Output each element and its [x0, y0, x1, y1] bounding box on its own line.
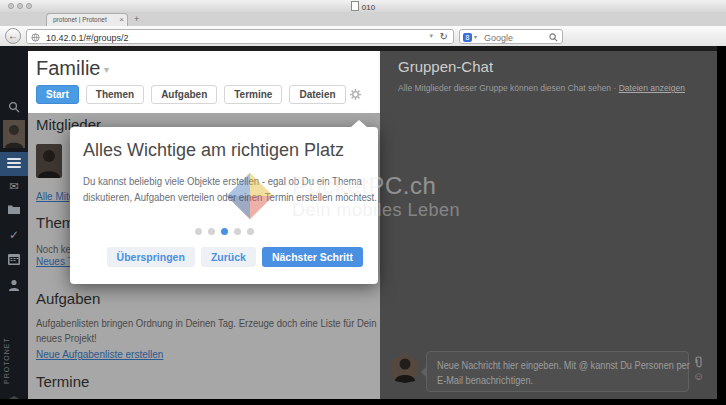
browser-tab[interactable]: protonet | Protonet × — [46, 13, 128, 26]
sidebar-folder-icon[interactable] — [8, 204, 20, 214]
sidebar-user-avatar[interactable] — [3, 120, 25, 148]
modal-pointer-arrow — [351, 120, 367, 127]
sidebar-calendar-icon[interactable] — [8, 254, 20, 265]
back-button[interactable]: ← — [5, 28, 21, 44]
chat-title: Gruppen-Chat — [398, 58, 493, 75]
tab-themen[interactable]: Themen — [86, 85, 144, 104]
new-tab-button[interactable]: + — [134, 14, 139, 24]
tab-termine[interactable]: Termine — [224, 85, 282, 104]
chat-subtitle-separator: · — [613, 83, 616, 93]
search-engine-icon[interactable]: 8 — [463, 33, 472, 42]
progress-dot[interactable] — [234, 228, 241, 235]
group-header: Familie ▾ StartThemenAufgabenTermineDate… — [28, 51, 378, 113]
chat-user-avatar[interactable] — [392, 353, 418, 383]
site-globe-icon — [31, 33, 40, 42]
group-settings-button[interactable] — [349, 87, 362, 105]
engine-dropdown-icon[interactable]: ▾ — [474, 33, 477, 40]
url-bar[interactable]: ▾ ↻ — [26, 29, 454, 44]
reload-icon[interactable]: ↻ — [440, 31, 448, 42]
modal-title: Alles Wichtige am richtigen Platz — [83, 140, 344, 161]
chat-placeholder-line1: Neue Nachricht hier eingeben. Mit @ kann… — [437, 358, 690, 373]
tab-dateien[interactable]: Dateien — [289, 85, 345, 104]
chat-subtitle: Alle Mitglieder dieser Gruppe können die… — [398, 83, 685, 93]
desktop-background-right — [717, 46, 726, 405]
sidebar-person-icon[interactable] — [8, 279, 20, 291]
list-icon — [7, 158, 21, 160]
sidebar-item-groups[interactable] — [0, 152, 28, 176]
browser-toolbar: ← ▾ ↻ 8 ▾ ↓ ☆ ★ ✎ ▾ ≡ — [0, 26, 726, 47]
tab-start[interactable]: Start — [36, 85, 79, 104]
group-chat-panel: Gruppen-Chat Alle Mitglieder dieser Grup… — [380, 51, 717, 399]
progress-dot[interactable] — [195, 228, 202, 235]
sidebar-tasks-icon[interactable]: ✓ — [0, 228, 28, 242]
skip-button[interactable]: Überspringen — [107, 247, 195, 267]
search-input[interactable] — [482, 31, 546, 44]
search-icon[interactable] — [549, 33, 558, 42]
emoji-icon[interactable]: ☺ — [693, 370, 704, 382]
back-step-button[interactable]: Zurück — [201, 247, 256, 267]
group-title[interactable]: Familie — [36, 57, 100, 80]
modal-body-line1: Du kannst beliebig viele Objekte erstell… — [83, 174, 362, 190]
modal-body-line2: diskutieren, Aufgaben verteilen oder ein… — [83, 190, 377, 206]
desktop-background-bottom — [0, 399, 726, 405]
sidebar-mail-icon[interactable]: ✉ — [0, 180, 28, 193]
document-icon — [351, 1, 359, 11]
screen: 010 protonet | Protonet × + ← ▾ ↻ 8 ▾ ↓ … — [0, 0, 726, 405]
tutorial-modal: Alles Wichtige am richtigen Platz Du kan… — [70, 127, 378, 284]
chat-files-link[interactable]: Dateien anzeigen — [619, 83, 685, 93]
sidebar-search-icon[interactable] — [8, 101, 20, 113]
search-bar[interactable]: 8 ▾ — [459, 29, 563, 44]
tab-close-icon[interactable]: × — [119, 15, 124, 25]
chat-placeholder-line2: E-Mail benachrichtigen. — [437, 373, 533, 388]
window-title: 010 — [0, 1, 726, 12]
progress-dot[interactable] — [208, 228, 215, 235]
progress-dot[interactable] — [221, 228, 228, 235]
url-input[interactable] — [44, 31, 378, 44]
progress-dots — [70, 228, 378, 235]
brand-wordmark: PROTONET — [3, 330, 25, 392]
group-tabs: StartThemenAufgabenTermineDateien — [36, 85, 346, 104]
url-dropdown-icon[interactable]: ▾ — [429, 32, 433, 40]
next-step-button[interactable]: Nächster Schritt — [262, 247, 363, 267]
attach-file-icon[interactable] — [694, 355, 704, 368]
group-caret-icon[interactable]: ▾ — [104, 64, 109, 75]
chat-message-input[interactable]: Neue Nachricht hier eingeben. Mit @ kann… — [426, 351, 689, 392]
app-sidebar: ✉ ✓ PROTONET — [0, 46, 28, 399]
progress-dot[interactable] — [247, 228, 254, 235]
tab-aufgaben[interactable]: Aufgaben — [151, 85, 217, 104]
chat-subtitle-text: Alle Mitglieder dieser Gruppe können die… — [398, 83, 611, 93]
tab-title: protonet | Protonet — [53, 16, 113, 23]
gear-icon — [349, 88, 362, 101]
modal-buttons: Überspringen Zurück Nächster Schritt — [107, 247, 363, 267]
browser-tabstrip: protonet | Protonet × + — [0, 12, 726, 26]
